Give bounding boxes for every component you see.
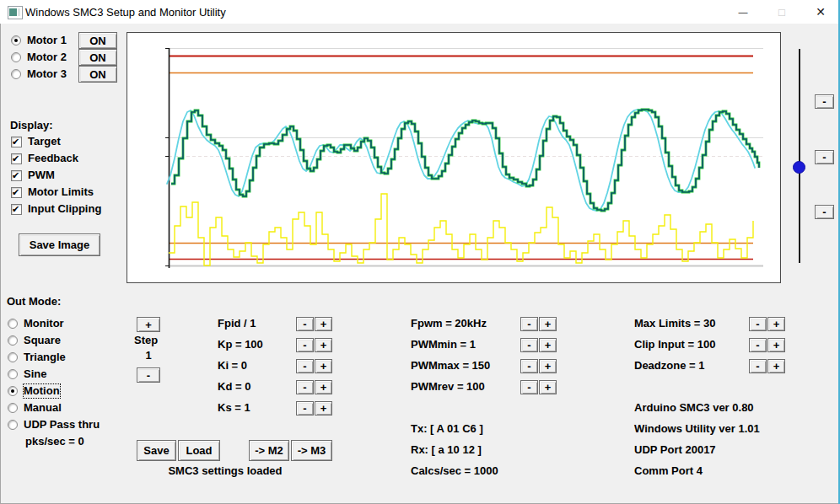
kp-plus-button[interactable]: + (315, 338, 332, 352)
calcs-per-sec: Calcs/sec = 1000 (411, 464, 498, 478)
tx-status: Tx: [ A 01 C6 ] (411, 422, 483, 436)
motor-1-on-button[interactable]: ON (78, 32, 117, 49)
target-checkbox-label: Target (28, 135, 61, 148)
udp-port-text: UDP Port 20017 (634, 443, 716, 457)
kd-plus-button[interactable]: + (315, 380, 332, 394)
load-settings-button[interactable]: Load (178, 440, 220, 461)
out-mode-sine-label: Sine (24, 367, 46, 381)
rx-status: Rx: [ a 10 12 ] (411, 443, 482, 457)
out-mode-square-label: Square (24, 334, 61, 347)
kp-value: Kp = 100 (218, 338, 263, 351)
out-mode-sine-radio[interactable] (8, 369, 18, 379)
settings-status-text: SMC3 settings loaded (137, 464, 314, 477)
motor-limits-checkbox[interactable] (11, 187, 22, 198)
target-checkbox[interactable] (11, 137, 22, 147)
save-settings-button[interactable]: Save (137, 440, 176, 461)
max-limits-plus-button[interactable]: + (767, 317, 785, 331)
pwmmin-minus-button[interactable]: - (520, 338, 538, 352)
out-mode-motion-radio[interactable] (8, 386, 18, 396)
title-bar: Windows SMC3 Setup and Monitor Utility —… (0, 0, 840, 24)
out-mode-triangle-radio[interactable] (8, 352, 18, 362)
fpid-minus-button[interactable]: - (296, 317, 314, 331)
step-label: Step (134, 334, 158, 347)
display-section-label: Display: (10, 119, 53, 132)
input-clipping-checkbox[interactable] (11, 204, 22, 215)
step-plus-button[interactable]: + (137, 317, 160, 332)
out-mode-manual-radio[interactable] (8, 403, 18, 413)
motor-2-label: Motor 2 (27, 51, 67, 64)
motor-2-on-button[interactable]: ON (78, 49, 117, 66)
ki-plus-button[interactable]: + (315, 359, 332, 373)
scale-minus-button-1[interactable]: - (815, 94, 834, 109)
comm-port-text: Comm Port 4 (634, 464, 703, 478)
pwmrev-minus-button[interactable]: - (520, 380, 538, 394)
out-mode-monitor-radio[interactable] (8, 319, 18, 329)
out-mode-udp-radio[interactable] (8, 420, 18, 430)
scale-minus-button-3[interactable]: - (815, 205, 834, 219)
utility-version-text: Windows Utility ver 1.01 (634, 422, 760, 436)
pwmmin-value: PWMmin = 1 (411, 338, 476, 351)
pwm-checkbox-label: PWM (28, 169, 55, 182)
feedback-checkbox[interactable] (11, 153, 22, 164)
pwmrev-value: PWMrev = 100 (411, 380, 485, 394)
copy-to-m2-button[interactable]: -> M2 (249, 440, 289, 461)
pwmmin-plus-button[interactable]: + (539, 338, 557, 352)
maximize-button: □ (762, 0, 801, 24)
max-limits-value: Max Limits = 30 (634, 317, 715, 330)
pwmmax-value: PWMmax = 150 (411, 359, 490, 373)
motor-3-label: Motor 3 (27, 67, 67, 81)
ki-minus-button[interactable]: - (296, 359, 314, 373)
motor-limits-checkbox-label: Motor Limits (28, 185, 94, 199)
close-button[interactable]: ✕ (801, 0, 840, 24)
arduino-version-text: Arduino SMC3 ver 0.80 (634, 401, 754, 415)
motor-2-radio[interactable] (11, 52, 21, 62)
out-mode-udp-label: UDP Pass thru (24, 418, 100, 432)
clip-input-minus-button[interactable]: - (749, 338, 767, 352)
deadzone-plus-button[interactable]: + (767, 359, 785, 373)
app-icon (8, 6, 23, 19)
out-mode-section-label: Out Mode: (7, 295, 61, 308)
ks-plus-button[interactable]: + (315, 401, 332, 416)
ks-value: Ks = 1 (218, 401, 250, 415)
step-value: 1 (137, 349, 160, 362)
vertical-slider-thumb[interactable] (793, 161, 805, 174)
fpid-value: Fpid / 1 (218, 317, 256, 330)
pwm-checkbox[interactable] (11, 170, 22, 181)
ks-minus-button[interactable]: - (296, 401, 314, 416)
motor-3-on-button[interactable]: ON (78, 66, 117, 83)
vertical-slider-track[interactable] (799, 49, 800, 263)
out-mode-motion-label: Motion (24, 384, 60, 398)
motor-1-radio[interactable] (11, 35, 21, 46)
ki-value: Ki = 0 (218, 359, 247, 373)
fpwm-minus-button[interactable]: - (520, 317, 538, 331)
save-image-button[interactable]: Save Image (19, 233, 100, 256)
deadzone-minus-button[interactable]: - (749, 359, 767, 373)
fpwm-plus-button[interactable]: + (539, 317, 557, 331)
kp-minus-button[interactable]: - (296, 338, 314, 352)
step-minus-button[interactable]: - (137, 367, 160, 383)
kd-value: Kd = 0 (218, 380, 250, 394)
app-window: Windows SMC3 Setup and Monitor Utility —… (0, 0, 840, 504)
motor-1-label: Motor 1 (27, 34, 67, 47)
feedback-checkbox-label: Feedback (28, 152, 78, 165)
kd-minus-button[interactable]: - (296, 380, 314, 394)
scale-minus-button-2[interactable]: - (815, 150, 834, 164)
max-limits-minus-button[interactable]: - (749, 317, 767, 331)
out-mode-monitor-label: Monitor (24, 317, 64, 330)
out-mode-manual-label: Manual (24, 401, 62, 415)
pwmmax-plus-button[interactable]: + (539, 359, 557, 373)
input-clipping-checkbox-label: Input Clipping (28, 202, 101, 216)
deadzone-value: Deadzone = 1 (634, 359, 704, 373)
clip-input-plus-button[interactable]: + (767, 338, 785, 352)
window-title: Windows SMC3 Setup and Monitor Utility (25, 6, 226, 19)
fpwm-value: Fpwm = 20kHz (411, 317, 487, 330)
out-mode-square-radio[interactable] (8, 335, 18, 346)
copy-to-m3-button[interactable]: -> M3 (291, 440, 332, 461)
pwmrev-plus-button[interactable]: + (539, 380, 557, 394)
pwmmax-minus-button[interactable]: - (520, 359, 538, 373)
pks-per-sec-value: pks/sec = 0 (25, 435, 84, 448)
motor-3-radio[interactable] (11, 69, 21, 79)
waveform-chart (127, 32, 781, 283)
minimize-button[interactable]: — (724, 0, 762, 24)
fpid-plus-button[interactable]: + (315, 317, 332, 331)
